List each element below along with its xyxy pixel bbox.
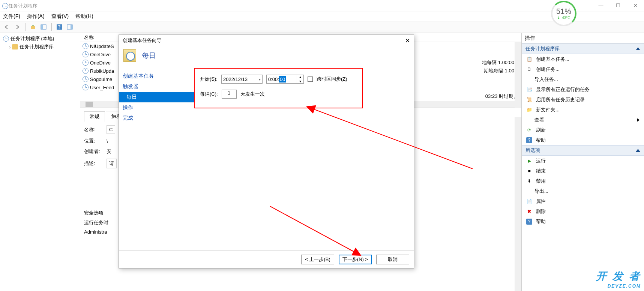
folder-icon [12,44,18,50]
up-icon[interactable] [29,22,38,32]
menu-bar: 文件(F) 操作(A) 查看(V) 帮助(H) [0,12,644,21]
properties-icon: 📄 [526,198,532,204]
action-properties[interactable]: 📄属性 [522,196,644,206]
clock-icon [83,60,89,66]
action-enable-history[interactable]: 📜启用所有任务历史记录 [522,94,644,105]
actions-panel: 操作 任务计划程序库 📋创建基本任务... 🗓创建任务... 导入任务... 📑… [522,33,644,291]
cancel-button[interactable]: 取消 [376,255,409,264]
wizard-footer: < 上一步(B) 下一步(N) > 取消 [119,250,414,268]
wizard-nav-trigger[interactable]: 触发器 [119,81,194,92]
trigger-text: 地每隔 1.00:00:0 [482,59,518,66]
tree-root-label: 任务计划程序 (本地) [11,35,54,42]
toolbar: ? [0,21,644,33]
trigger-text: 期地每隔 1.00:0 [484,68,518,74]
expire-text: 03:23 时过期。 [485,93,518,100]
clock-icon [83,84,89,90]
minimize-button[interactable]: — [592,0,609,10]
history-icon: 📜 [526,97,532,103]
refresh-icon: ⟳ [526,127,532,133]
action-help[interactable]: ?帮助 [522,135,644,145]
svg-text:?: ? [58,24,60,30]
clock-icon [83,51,89,57]
maximize-button[interactable]: ☐ [609,0,627,10]
help-icon: ? [526,137,532,143]
create-basic-task-wizard: 创建基本任务向导 ✕ 每日 创建基本任务 触发器 每日 操作 完成 开始(S):… [119,34,414,268]
time-picker[interactable]: 0:00:00 ▲▼ [266,75,304,84]
action-create-basic-task[interactable]: 📋创建基本任务... [522,54,644,64]
disable-icon: ⬇ [526,178,532,184]
clock-icon [83,68,89,74]
panel2-icon[interactable] [65,22,74,32]
location-label: 位置: [84,138,103,144]
help-icon: ? [526,219,532,225]
vertical-scrollbar[interactable] [515,42,521,108]
help-icon[interactable]: ? [55,22,64,32]
vertical-scrollbar[interactable] [515,117,521,291]
folder-icon: 📁 [526,107,532,113]
nav-forward-button[interactable] [13,22,22,32]
svg-rect-2 [41,25,43,29]
toolbar-separator [51,23,52,31]
panel-icon[interactable] [39,22,48,32]
action-export[interactable]: 导出... [522,186,644,196]
tree-library[interactable]: › 任务计划程序库 [2,43,78,51]
wizard-title-text: 创建基本任务向导 [123,37,162,44]
wizard-body: 创建基本任务 触发器 每日 操作 完成 开始(S): 2022/12/13▾ 0… [119,68,414,255]
wizard-nav: 创建基本任务 触发器 每日 操作 完成 [119,68,194,255]
annotation-highlight-box [194,68,363,108]
action-import-task[interactable]: 导入任务... [522,74,644,84]
name-field[interactable]: C [107,125,115,134]
author-label: 创建者: [84,148,103,155]
perf-temp: 🌡 43°C [557,16,570,20]
menu-file[interactable]: 文件(F) [3,13,20,20]
back-button[interactable]: < 上一步(B) [301,255,334,264]
action-disable[interactable]: ⬇禁用 [522,176,644,186]
performance-overlay: 51% 🌡 43°C [551,1,576,26]
list-icon: 📑 [526,87,532,93]
menu-view[interactable]: 查看(V) [51,13,69,20]
actions-group-library[interactable]: 任务计划程序库 [522,44,644,54]
action-end[interactable]: ■结束 [522,166,644,176]
perf-percent: 51% [556,7,571,16]
wizard-close-button[interactable]: ✕ [405,37,410,44]
action-run[interactable]: ▶运行 [522,156,644,166]
action-new-folder[interactable]: 📁新文件夹... [522,105,644,115]
name-label: 名称: [84,126,103,133]
action-delete[interactable]: ✖删除 [522,206,644,216]
watermark: 开 发 者 DEVZE.COM [596,269,641,289]
nav-back-button[interactable] [2,22,11,32]
collapse-icon [636,47,640,50]
menu-help[interactable]: 帮助(H) [75,13,93,20]
svg-rect-6 [71,25,72,29]
window-title: 任务计划程序 [8,3,642,9]
tree-root[interactable]: 任务计划程序 (本地) [2,34,78,43]
svg-rect-0 [31,26,35,29]
wizard-nav-finish[interactable]: 完成 [119,113,194,123]
task-icon: 🗓 [526,66,532,72]
task-icon: 📋 [526,56,532,62]
location-value: \ [107,138,108,144]
tab-general[interactable]: 常规 [84,111,105,122]
action-help[interactable]: ?帮助 [522,216,644,226]
action-create-task[interactable]: 🗓创建任务... [522,64,644,74]
wizard-nav-daily[interactable]: 每日 [119,92,194,102]
action-show-running[interactable]: 📑显示所有正在运行的任务 [522,84,644,94]
desc-field[interactable]: 请 [107,159,117,168]
wizard-nav-create[interactable]: 创建基本任务 [119,71,194,81]
close-button[interactable]: ✕ [627,0,644,10]
wizard-content: 开始(S): 2022/12/13▾ 0:00:00 ▲▼ 跨时区同步(Z) 每… [194,68,414,255]
action-refresh[interactable]: ⟳刷新 [522,125,644,135]
wizard-header: 每日 [119,46,414,68]
actions-header: 操作 [522,33,644,44]
next-button[interactable]: 下一步(N) > [339,255,372,264]
window-titlebar: 任务计划程序 [0,0,644,12]
action-view[interactable]: 查看 [522,115,644,125]
wizard-nav-action[interactable]: 操作 [119,102,194,113]
wizard-titlebar: 创建基本任务向导 ✕ [119,35,414,46]
menu-action[interactable]: 操作(A) [27,13,45,20]
toolbar-separator [25,23,26,31]
time-spinner[interactable]: ▲▼ [297,75,303,84]
clock-icon [83,76,89,82]
actions-group-selected[interactable]: 所选项 [522,145,644,156]
collapse-icon [636,149,640,152]
